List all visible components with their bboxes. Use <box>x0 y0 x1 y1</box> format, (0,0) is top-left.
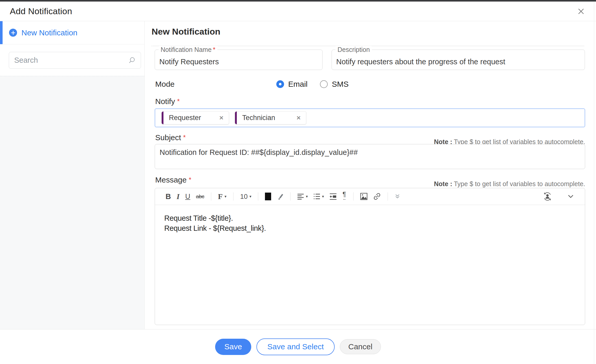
cancel-button[interactable]: Cancel <box>340 339 381 354</box>
toolbar-separator <box>233 192 233 201</box>
chevron-down-icon <box>567 193 574 200</box>
search-placeholder: Search <box>14 56 38 65</box>
highlighter-icon <box>277 193 284 200</box>
font-color-button[interactable] <box>265 193 271 200</box>
subject-label: Subject* <box>155 133 186 142</box>
required-asterisk: * <box>177 97 180 105</box>
required-asterisk: * <box>189 176 191 184</box>
toolbar-separator <box>353 192 354 201</box>
notify-label: Notify* <box>155 97 180 106</box>
toolbar-separator <box>388 192 388 201</box>
user-sync-icon <box>542 191 553 202</box>
italic-button[interactable]: I <box>177 192 179 201</box>
dialog-header: Add Notification <box>0 2 596 21</box>
message-line: Request Title -${title}. <box>164 213 576 223</box>
toolbar-separator <box>290 192 291 201</box>
chip-remove-icon[interactable]: ✕ <box>296 115 301 121</box>
notify-chip-requester: Requester ✕ <box>161 111 229 124</box>
close-button[interactable] <box>576 6 586 17</box>
editor-toolbar: B I U abc F▾ 10▾ <box>155 188 585 205</box>
save-and-select-button[interactable]: Save and Select <box>256 338 334 355</box>
mode-radio-group: Email SMS <box>276 80 349 89</box>
description-label: Description <box>335 46 372 53</box>
dialog-footer: Save Save and Select Cancel <box>0 329 596 364</box>
highlight-color-button[interactable] <box>277 193 284 200</box>
sidebar: New Notification Search <box>0 21 145 329</box>
mode-option-email[interactable]: Email <box>276 80 308 89</box>
dropdown-caret-icon: ▾ <box>249 194 252 199</box>
main-panel: New Notification Notification Name* Noti… <box>145 21 596 329</box>
toolbar-separator <box>211 192 211 201</box>
list-button[interactable]: ▾ <box>313 193 324 200</box>
double-chevron-down-icon <box>395 194 400 199</box>
toolbar-right-group <box>539 191 577 202</box>
mode-option-sms[interactable]: SMS <box>320 80 349 89</box>
search-input[interactable]: Search <box>9 52 141 69</box>
align-icon <box>297 193 304 200</box>
outdent-icon <box>330 193 337 200</box>
insert-user-variable-button[interactable] <box>542 191 553 202</box>
underline-button[interactable]: U <box>185 193 190 201</box>
radio-unselected-icon[interactable] <box>320 80 328 88</box>
image-icon <box>360 193 367 200</box>
dropdown-caret-icon: ▾ <box>322 194 324 199</box>
paragraph-direction-button[interactable]: ¶ ← <box>342 192 347 201</box>
message-label: Message* <box>155 176 191 184</box>
name-description-row: Notification Name* Notify Requesters Des… <box>155 50 585 70</box>
description-field[interactable]: Description Notify requesters about the … <box>332 50 585 70</box>
close-icon <box>577 7 585 15</box>
left-arrow-icon: ← <box>342 196 347 201</box>
message-line: Request Link - ${Request_link}. <box>164 223 576 233</box>
dialog-title: Add Notification <box>10 6 72 16</box>
notify-chip-technician: Technician ✕ <box>235 111 306 124</box>
window-right-edge <box>594 2 594 364</box>
font-color-swatch-icon <box>265 193 271 200</box>
link-icon <box>373 193 381 200</box>
mode-option-email-label[interactable]: Email <box>288 80 308 89</box>
subject-input[interactable]: Notification for Request ID: ##${display… <box>155 144 585 169</box>
chip-label: Requester <box>169 114 201 122</box>
sidebar-item-new-notification[interactable]: New Notification <box>0 21 144 44</box>
chip-remove-icon[interactable]: ✕ <box>219 115 224 121</box>
sidebar-search-section: Search <box>0 44 144 69</box>
dropdown-caret-icon: ▾ <box>224 194 226 199</box>
required-asterisk: * <box>213 46 215 53</box>
insert-image-button[interactable] <box>360 193 367 200</box>
outdent-button[interactable] <box>330 193 337 200</box>
notification-name-field[interactable]: Notification Name* Notify Requesters <box>155 50 323 70</box>
radio-selected-icon[interactable] <box>276 80 284 88</box>
toolbar-separator <box>258 192 258 201</box>
mode-row: Mode Email SMS <box>155 80 349 89</box>
insert-link-button[interactable] <box>373 193 381 200</box>
message-note: Note :Type $ to get list of variables to… <box>434 180 585 188</box>
collapse-toolbar-button[interactable] <box>567 193 574 200</box>
font-size-button[interactable]: 10▾ <box>240 193 251 201</box>
plus-icon <box>9 29 17 37</box>
bold-button[interactable]: B <box>166 192 171 201</box>
more-tools-button[interactable] <box>395 194 400 199</box>
mode-option-sms-label[interactable]: SMS <box>332 80 349 89</box>
message-body-input[interactable]: Request Title -${title}. Request Link - … <box>155 205 585 242</box>
notify-input[interactable]: Requester ✕ Technician ✕ <box>155 108 585 127</box>
align-button[interactable]: ▾ <box>297 193 308 200</box>
chip-label: Technician <box>242 114 275 122</box>
strikethrough-button[interactable]: abc <box>196 193 204 200</box>
search-icon <box>128 57 136 64</box>
subject-value[interactable]: Notification for Request ID: ##${display… <box>160 148 580 157</box>
notification-name-label: Notification Name* <box>159 46 217 53</box>
page-title: New Notification <box>152 27 220 37</box>
pilcrow-icon: ¶ <box>342 192 346 197</box>
sidebar-item-label: New Notification <box>21 28 77 37</box>
save-button[interactable]: Save <box>215 339 251 355</box>
dropdown-caret-icon: ▾ <box>306 194 308 199</box>
message-editor: B I U abc F▾ 10▾ <box>155 188 585 325</box>
sidebar-empty-area <box>0 76 144 329</box>
font-family-button[interactable]: F▾ <box>218 192 226 201</box>
required-asterisk: * <box>183 133 186 141</box>
bullet-list-icon <box>313 193 320 200</box>
mode-label: Mode <box>155 80 276 89</box>
